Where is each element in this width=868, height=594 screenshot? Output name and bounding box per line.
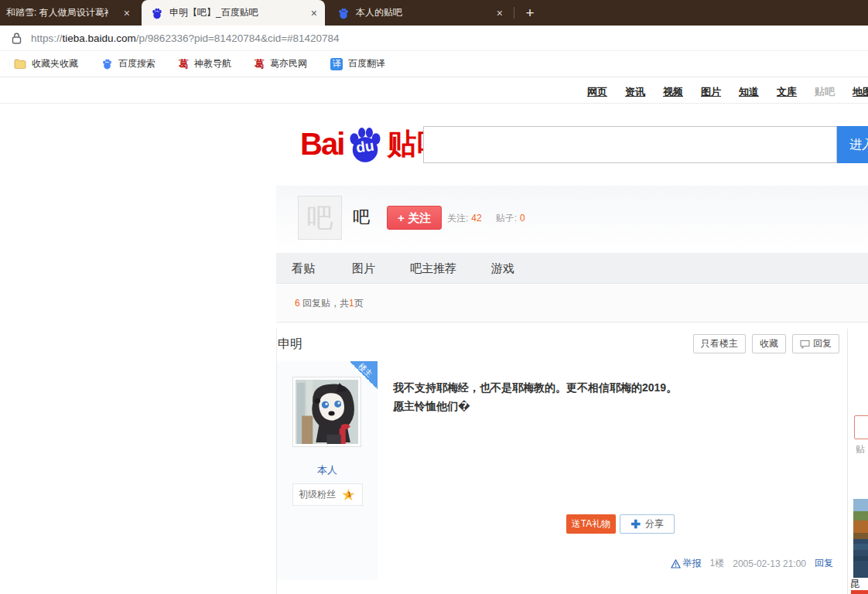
- tab-bazhu[interactable]: 吧主推荐: [410, 261, 456, 276]
- tab-separator: [514, 7, 514, 19]
- send-gift-button[interactable]: 送TA礼物: [566, 514, 616, 534]
- bookmark-label: 葛亦民网: [270, 57, 307, 70]
- forum-name: 吧: [353, 206, 370, 229]
- sidebar-partial-widget[interactable]: [854, 415, 868, 439]
- level-number: 1: [347, 490, 351, 498]
- sidebar-red-badge: [851, 590, 868, 594]
- bookmarks-bar: 收藏夹收藏 百度搜索 葛 神教导航 葛 葛亦民网 译 百度翻译: [0, 51, 868, 77]
- close-tab-icon[interactable]: ×: [497, 8, 503, 19]
- bookmark-label: 收藏夹收藏: [32, 57, 78, 70]
- report-link[interactable]: 举报: [671, 557, 702, 570]
- fan-level-badge[interactable]: 初级粉丝 ★ 1: [292, 483, 363, 506]
- tab-tupian[interactable]: 图片: [352, 261, 375, 276]
- bookmark-translate[interactable]: 译 百度翻译: [326, 55, 390, 73]
- tab-title: 申明【吧】_百度贴吧: [169, 6, 301, 19]
- forum-header: 吧 吧 + 关注 关注:42 贴子:0: [276, 186, 868, 251]
- thread-actions: 只看楼主 收藏 回复: [693, 334, 839, 353]
- logo-du-text: du: [355, 137, 375, 156]
- nav-link-webpage[interactable]: 网页: [587, 85, 607, 102]
- thread-container: 申明 只看楼主 收藏 回复 楼主: [276, 329, 848, 594]
- site-top-nav: 网页 资讯 视频 图片 知道 文库 贴吧 地图: [587, 85, 868, 102]
- nav-link-zhidao[interactable]: 知道: [739, 85, 759, 102]
- baidu-paw-logo-icon: du: [345, 124, 385, 164]
- header-divider: [0, 103, 868, 104]
- post-footer: 举报 1楼 2005-02-13 21:00 回复: [671, 557, 833, 570]
- ge-favicon: 葛: [179, 57, 189, 71]
- nav-link-map[interactable]: 地图: [853, 85, 868, 102]
- forum-tab-bar: 看贴 图片 吧主推荐 游戏: [276, 253, 868, 284]
- post-line-1: 我不支持耶梅经，也不是耶梅教的。更不相信耶梅的2019。: [393, 378, 702, 397]
- url-scheme: https://: [31, 32, 63, 44]
- translate-favicon: 译: [330, 58, 343, 70]
- nav-link-tieba-current: 贴吧: [815, 85, 835, 102]
- post-timestamp: 2005-02-13 21:00: [733, 558, 806, 569]
- browser-tab-2-active[interactable]: 申明【吧】_百度贴吧 ×: [142, 0, 325, 26]
- lock-icon[interactable]: [12, 32, 22, 44]
- bookmark-label: 神教导航: [194, 57, 231, 70]
- browser-tab-strip: 和踏雪: 有人做局设计葛神 【 × 申明【吧】_百度贴吧 × 本人的贴吧 × +: [0, 0, 868, 26]
- op-ribbon: 楼主: [350, 361, 378, 389]
- folder-icon: [14, 59, 26, 69]
- bookmark-label: 百度翻译: [348, 57, 385, 70]
- browser-tab-1[interactable]: 和踏雪: 有人做局设计葛神 【 ×: [0, 0, 138, 26]
- nav-link-image[interactable]: 图片: [701, 85, 721, 102]
- nav-link-wenku[interactable]: 文库: [777, 85, 797, 102]
- bookmark-shenjiao[interactable]: 葛 神教导航: [174, 55, 236, 73]
- thread-title-bar: 申明 只看楼主 收藏 回复: [277, 329, 847, 361]
- baidu-favicon: [151, 7, 163, 19]
- tab-youxi[interactable]: 游戏: [491, 261, 514, 276]
- forum-avatar-placeholder: 吧: [298, 196, 342, 240]
- follow-button[interactable]: + 关注: [387, 206, 442, 230]
- sidebar-partial-label: 贴: [856, 443, 865, 456]
- bookmark-geyimin[interactable]: 葛 葛亦民网: [250, 55, 312, 73]
- reply-summary-row: 6 回复贴，共1页: [276, 285, 868, 323]
- baidu-paw-icon: [101, 58, 113, 70]
- url-path: /p/9862336?pid=81420784&cid=#81420784: [136, 32, 340, 44]
- browser-tab-3[interactable]: 本人的贴吧 ×: [328, 0, 511, 26]
- tab-kantie[interactable]: 看贴: [292, 261, 315, 276]
- baidu-favicon: [337, 7, 350, 19]
- post-line-2: 愿主怜恤他们�: [393, 397, 702, 415]
- avatar-image: [296, 380, 358, 444]
- bookmark-label: 百度搜索: [118, 57, 155, 70]
- reply-button[interactable]: 回复: [792, 334, 839, 353]
- nav-link-news[interactable]: 资讯: [625, 85, 645, 102]
- tieba-search-input[interactable]: [423, 126, 837, 163]
- close-tab-icon[interactable]: ×: [311, 8, 317, 19]
- floor-number: 1楼: [710, 557, 725, 570]
- bookmark-folder[interactable]: 收藏夹收藏: [9, 55, 83, 73]
- url-host: tieba.baidu.com: [63, 32, 136, 44]
- only-op-button[interactable]: 只看楼主: [693, 334, 746, 353]
- followers-stat: 关注:42: [447, 212, 482, 225]
- url-text[interactable]: https://tieba.baidu.com/p/9862336?pid=81…: [31, 32, 340, 44]
- favorite-button[interactable]: 收藏: [752, 334, 786, 353]
- bookmark-baidu-search[interactable]: 百度搜索: [97, 55, 160, 73]
- reply-summary: 6 回复贴，共1页: [295, 297, 364, 310]
- thread-title: 申明: [278, 336, 302, 353]
- level-star-icon: ★ 1: [341, 486, 358, 504]
- reply-link[interactable]: 回复: [815, 557, 833, 570]
- enter-tieba-button[interactable]: 进入: [837, 126, 868, 163]
- new-tab-button[interactable]: +: [520, 3, 540, 23]
- warning-triangle-icon: [671, 559, 681, 568]
- nav-link-video[interactable]: 视频: [663, 85, 683, 102]
- tab-title: 本人的贴吧: [356, 6, 486, 19]
- close-tab-icon[interactable]: ×: [124, 8, 130, 19]
- share-button[interactable]: ✚ 分享: [620, 514, 675, 534]
- posts-stat: 贴子:0: [496, 212, 525, 225]
- tab-title: 和踏雪: 有人做局设计葛神 【: [6, 6, 108, 19]
- post-floor-1: 楼主 本人 初级粉丝 ★: [277, 361, 847, 580]
- forum-stats: 关注:42 贴子:0: [447, 212, 525, 225]
- logo-bai-text: Bai: [300, 127, 343, 162]
- plus-icon: ✚: [630, 518, 641, 530]
- post-content: 我不支持耶梅经，也不是耶梅教的。更不相信耶梅的2019。 愿主怜恤他们�: [393, 378, 702, 415]
- reply-bubble-icon: [800, 340, 810, 349]
- sidebar-thumbnail-image[interactable]: [853, 499, 868, 578]
- nature-photo: [853, 499, 868, 578]
- address-bar[interactable]: https://tieba.baidu.com/p/9862336?pid=81…: [0, 26, 868, 51]
- badge-name: 初级粉丝: [299, 488, 336, 501]
- author-username[interactable]: 本人: [277, 463, 378, 477]
- ge-favicon: 葛: [255, 57, 265, 71]
